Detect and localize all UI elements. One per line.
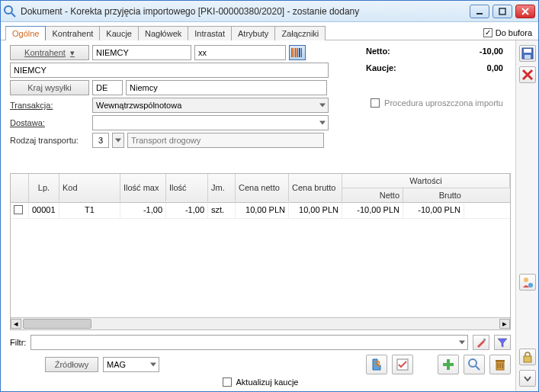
- col-wn[interactable]: Netto: [342, 188, 403, 202]
- tab-intrastat[interactable]: Intrastat: [188, 26, 232, 40]
- svg-rect-16: [443, 363, 454, 366]
- col-ilosc[interactable]: Ilość: [166, 174, 208, 201]
- source-button[interactable]: Źródłowy: [45, 357, 98, 372]
- procedure-checkbox[interactable]: Procedura uproszczona importu: [371, 98, 503, 108]
- buffer-checkbox[interactable]: ✓ Do bufora: [483, 28, 532, 37]
- kontrahent-code-field[interactable]: xx: [194, 45, 286, 60]
- tab-zalaczniki[interactable]: Załączniki: [275, 26, 326, 40]
- horizontal-scrollbar[interactable]: ◂ ▸: [11, 317, 510, 329]
- summary-panel: Netto: -10,00 Kaucje: 0,00: [366, 47, 503, 80]
- svg-rect-8: [295, 48, 297, 57]
- kaucje-value: 0,00: [487, 63, 503, 72]
- cancel-button[interactable]: [519, 66, 536, 83]
- svg-rect-25: [524, 49, 531, 53]
- minimize-button[interactable]: [470, 5, 489, 18]
- user-button[interactable]: [519, 274, 536, 291]
- kontrahent-long-field[interactable]: NIEMCY: [10, 63, 329, 78]
- svg-rect-12: [483, 339, 486, 341]
- tab-ogolne[interactable]: Ogólne: [5, 26, 46, 40]
- tab-kontrahent[interactable]: Kontrahent: [46, 26, 100, 40]
- svg-rect-10: [299, 48, 300, 57]
- col-imax[interactable]: Ilość max: [120, 174, 166, 201]
- svg-text:R: R: [374, 359, 380, 368]
- col-cn[interactable]: Cena netto: [236, 174, 289, 201]
- tab-naglowek[interactable]: Nagłówek: [139, 26, 188, 40]
- svg-point-30: [528, 283, 533, 288]
- app-window: Dokument - Korekta przyjęcia importowego…: [0, 0, 539, 392]
- source-select[interactable]: MAG: [103, 357, 159, 372]
- app-icon: [4, 5, 16, 18]
- svg-rect-20: [496, 360, 505, 361]
- row-checkbox[interactable]: [14, 205, 23, 214]
- items-grid: Lp. Kod Ilość max Ilość Jm. Cena netto C…: [10, 173, 511, 330]
- kraj-name-field[interactable]: Niemcy: [126, 80, 327, 95]
- filter-input[interactable]: [30, 335, 468, 350]
- procedure-check-icon: [371, 98, 380, 108]
- side-toolbar: [515, 40, 538, 391]
- kraj-button[interactable]: Kraj wysyłki: [10, 80, 89, 95]
- svg-rect-26: [525, 55, 531, 59]
- cell-cn: 10,00 PLN: [236, 203, 289, 218]
- netto-value: -10,00: [480, 47, 503, 56]
- add-button[interactable]: [438, 355, 459, 374]
- svg-rect-9: [297, 48, 298, 57]
- rodzaj-dropdown[interactable]: [112, 133, 124, 148]
- tab-atrybuty[interactable]: Atrybuty: [232, 26, 275, 40]
- col-group-wartosci: Wartości: [342, 174, 510, 188]
- svg-rect-7: [294, 48, 294, 57]
- table-row[interactable]: 00001 T1 -1,00 -1,00 szt. 10,00 PLN 10,0…: [11, 203, 510, 219]
- kaucje-label: Kaucje:: [366, 63, 396, 72]
- svg-rect-11: [301, 48, 302, 57]
- cell-wb: -10,00 PLN: [403, 203, 464, 218]
- kontrahent-button[interactable]: Kontrahent ▾: [10, 45, 89, 60]
- col-jm[interactable]: Jm.: [208, 174, 236, 201]
- maximize-button[interactable]: [492, 5, 512, 18]
- svg-line-18: [476, 366, 480, 370]
- delete-button[interactable]: [489, 355, 511, 374]
- cell-lp: 00001: [29, 203, 59, 218]
- rodzaj-code-field[interactable]: 3: [92, 133, 109, 148]
- scroll-left-arrow[interactable]: ◂: [11, 319, 21, 329]
- cell-imax: -1,00: [120, 203, 166, 218]
- cell-cb: 10,00 PLN: [289, 203, 342, 218]
- tab-kaucje[interactable]: Kaucje: [100, 26, 139, 40]
- filter-edit-button[interactable]: [473, 335, 489, 350]
- cell-ilosc: -1,00: [166, 203, 208, 218]
- boot-button[interactable]: R: [366, 355, 387, 374]
- search-button[interactable]: [464, 355, 485, 374]
- svg-point-29: [524, 278, 528, 282]
- svg-rect-31: [524, 356, 531, 362]
- filter-apply-button[interactable]: [494, 335, 511, 350]
- dostawa-select[interactable]: [92, 115, 329, 130]
- close-button[interactable]: [515, 5, 535, 18]
- grid-body[interactable]: 00001 T1 -1,00 -1,00 szt. 10,00 PLN 10,0…: [11, 203, 510, 317]
- barcode-button[interactable]: [289, 45, 306, 60]
- svg-rect-3: [499, 8, 505, 14]
- lock-button[interactable]: [519, 349, 536, 365]
- kontrahent-field[interactable]: NIEMCY: [92, 45, 191, 60]
- filter-label: Filtr:: [10, 338, 26, 347]
- col-wb[interactable]: Brutto: [403, 188, 464, 202]
- svg-rect-6: [291, 48, 293, 57]
- buffer-label: Do bufora: [496, 28, 532, 37]
- transakcja-label: Transakcja:: [10, 101, 89, 110]
- col-lp[interactable]: Lp.: [29, 174, 59, 201]
- check-button[interactable]: [392, 355, 413, 374]
- transakcja-select[interactable]: Wewnątrzwspólnotowa: [92, 98, 329, 113]
- col-cb[interactable]: Cena brutto: [289, 174, 342, 201]
- cell-jm: szt.: [208, 203, 236, 218]
- svg-line-1: [11, 13, 15, 17]
- cell-wn: -10,00 PLN: [342, 203, 403, 218]
- scroll-right-arrow[interactable]: ▸: [499, 319, 510, 329]
- update-kaucje-label: Aktualizuj kaucje: [236, 378, 299, 387]
- expand-button[interactable]: [519, 370, 536, 387]
- save-button[interactable]: [519, 45, 536, 62]
- netto-label: Netto:: [366, 47, 390, 56]
- col-kod[interactable]: Kod: [59, 174, 120, 201]
- check-icon: ✓: [483, 28, 492, 37]
- svg-point-17: [469, 359, 476, 367]
- update-kaucje-checkbox[interactable]: [223, 378, 232, 387]
- scroll-thumb[interactable]: [23, 319, 91, 329]
- titlebar: Dokument - Korekta przyjęcia importowego…: [1, 1, 538, 22]
- kraj-code-field[interactable]: DE: [92, 80, 123, 95]
